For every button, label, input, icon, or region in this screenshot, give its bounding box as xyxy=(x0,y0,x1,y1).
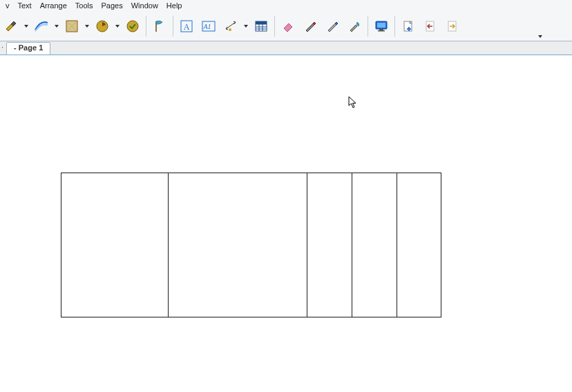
toolbar: A A1 xyxy=(0,11,572,41)
table-cell[interactable] xyxy=(168,173,307,317)
toolbar-separator xyxy=(146,16,146,37)
fill-square-tool[interactable] xyxy=(62,17,82,36)
menu-bar: v Text Arrange Tools Pages Window Help xyxy=(0,0,572,11)
ink-icon xyxy=(347,19,361,33)
toolbar-group-6 xyxy=(397,11,464,41)
svg-text:A: A xyxy=(184,22,190,32)
svg-rect-14 xyxy=(256,21,267,24)
brush-icon xyxy=(4,19,18,33)
chevron-down-icon xyxy=(115,23,120,29)
svg-rect-16 xyxy=(377,23,385,28)
toolbar-group-2 xyxy=(149,11,171,41)
table-cell[interactable] xyxy=(307,173,352,317)
dimension-icon xyxy=(224,19,238,33)
clock-check-icon xyxy=(126,19,140,33)
text-a-icon: A xyxy=(180,19,193,33)
brush-tool[interactable] xyxy=(1,17,21,36)
svg-rect-18 xyxy=(378,30,385,32)
swoosh-tool[interactable] xyxy=(32,17,51,36)
menu-arrange[interactable]: Arrange xyxy=(36,1,71,10)
eraser-icon xyxy=(281,19,295,33)
page-right-tool[interactable] xyxy=(443,17,462,36)
pen2-tool[interactable] xyxy=(323,17,342,36)
toolbar-group-4 xyxy=(277,11,365,41)
menu-text[interactable]: Text xyxy=(14,1,36,10)
dimension-dropdown[interactable] xyxy=(242,23,250,29)
menu-tools[interactable]: Tools xyxy=(71,1,97,10)
dimension-tool[interactable] xyxy=(221,17,240,36)
mouse-cursor-icon xyxy=(348,96,358,108)
pen2-icon xyxy=(325,19,339,33)
chevron-down-icon xyxy=(23,23,29,29)
swoosh-icon xyxy=(34,19,49,34)
tab-page-1[interactable]: - Page 1 xyxy=(6,42,50,55)
page-left-icon xyxy=(423,19,437,33)
clock-check-tool[interactable] xyxy=(123,17,142,36)
pen-tool[interactable] xyxy=(301,17,320,36)
menu-window[interactable]: Window xyxy=(127,1,162,10)
fill-square-dropdown[interactable] xyxy=(83,23,91,29)
chevron-down-icon xyxy=(537,34,543,39)
tab-prefix[interactable]: · xyxy=(0,42,6,55)
text-a1-icon: A1 xyxy=(202,19,216,33)
toolbar-separator xyxy=(173,16,173,37)
chevron-down-icon xyxy=(54,23,59,29)
pen-icon xyxy=(303,19,317,33)
chevron-down-icon xyxy=(84,23,90,29)
svg-point-2 xyxy=(127,21,138,32)
page-plus-icon xyxy=(401,19,415,33)
page-plus-tool[interactable] xyxy=(399,17,418,36)
eraser-tool[interactable] xyxy=(278,17,298,36)
swoosh-dropdown[interactable] xyxy=(53,23,61,29)
toolbar-group-5 xyxy=(370,11,392,41)
canvas-area[interactable] xyxy=(0,55,572,392)
svg-rect-17 xyxy=(379,29,383,30)
menu-pages[interactable]: Pages xyxy=(97,1,127,10)
brush-dropdown[interactable] xyxy=(22,23,30,29)
toolbar-separator xyxy=(394,16,395,37)
page-right-icon xyxy=(446,19,459,33)
menu-help[interactable]: Help xyxy=(162,1,187,10)
toolbar-group-1 xyxy=(0,11,144,41)
clock-fill-dropdown[interactable] xyxy=(113,23,122,29)
toolbar-separator xyxy=(368,16,368,37)
flag-icon xyxy=(153,19,166,33)
ink-tool[interactable] xyxy=(345,17,364,36)
table-cell[interactable] xyxy=(61,173,169,317)
svg-text:A1: A1 xyxy=(202,23,211,30)
text-a1-tool[interactable]: A1 xyxy=(199,17,218,36)
fill-square-icon xyxy=(65,19,79,33)
text-a-tool[interactable]: A xyxy=(177,17,196,36)
monitor-icon xyxy=(374,19,389,34)
table-tool[interactable] xyxy=(251,17,271,36)
table-cell[interactable] xyxy=(397,173,441,317)
table-cell[interactable] xyxy=(352,173,397,317)
svg-point-7 xyxy=(229,28,231,31)
tab-strip: · - Page 1 xyxy=(0,41,572,55)
clock-fill-tool[interactable] xyxy=(93,17,112,36)
page-left-tool[interactable] xyxy=(421,17,440,36)
table-shape[interactable] xyxy=(61,173,441,317)
clock-fill-icon xyxy=(95,19,109,33)
toolbar-group-3: A A1 xyxy=(175,11,272,41)
table-icon xyxy=(254,19,268,33)
flag-tool[interactable] xyxy=(150,17,169,36)
monitor-tool[interactable] xyxy=(372,17,391,36)
toolbar-separator xyxy=(274,16,275,37)
toolbar-overflow[interactable] xyxy=(536,34,544,39)
chevron-down-icon xyxy=(243,23,249,29)
menu-view[interactable]: v xyxy=(1,1,14,10)
